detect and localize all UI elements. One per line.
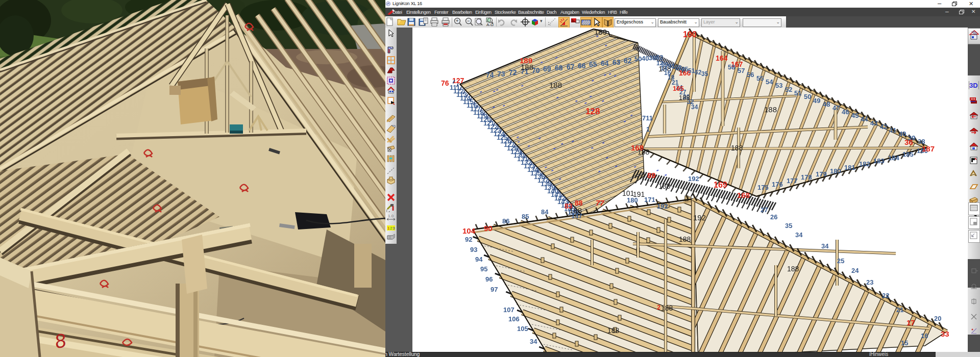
svg-text:46: 46 — [842, 108, 849, 116]
svg-text:45: 45 — [681, 66, 689, 73]
svg-text:48: 48 — [823, 100, 830, 108]
svg-text:40: 40 — [642, 55, 649, 62]
svg-text:+: + — [456, 18, 458, 23]
svg-text:34: 34 — [795, 231, 803, 239]
svg-text:77: 77 — [596, 198, 604, 207]
svg-text:182: 182 — [859, 160, 870, 168]
svg-text:45: 45 — [851, 112, 859, 119]
svg-text:63: 63 — [612, 58, 621, 66]
svg-text:50: 50 — [634, 55, 642, 63]
svg-text:85: 85 — [522, 213, 529, 220]
svg-text:192: 192 — [693, 213, 706, 222]
svg-text:76: 76 — [441, 79, 449, 87]
svg-text:50: 50 — [804, 93, 811, 100]
svg-text:34: 34 — [821, 242, 829, 250]
svg-text:188: 188 — [521, 63, 533, 71]
svg-text:192: 192 — [657, 202, 668, 210]
svg-text:168: 168 — [737, 191, 750, 199]
svg-text:178: 178 — [801, 173, 812, 181]
svg-text:188: 188 — [679, 235, 691, 243]
svg-text:188: 188 — [549, 81, 562, 89]
svg-text:15: 15 — [901, 339, 908, 347]
svg-text:128: 128 — [585, 107, 600, 116]
svg-text:104: 104 — [462, 226, 476, 235]
svg-text:54: 54 — [766, 78, 773, 86]
svg-text:185: 185 — [902, 150, 914, 158]
svg-text:22: 22 — [882, 292, 889, 299]
svg-text:A-Ω: A-Ω — [486, 22, 494, 27]
svg-text:169: 169 — [714, 181, 727, 189]
svg-text:43: 43 — [870, 119, 877, 127]
svg-text:58: 58 — [728, 63, 735, 71]
svg-text:188: 188 — [569, 206, 582, 215]
svg-text:94: 94 — [475, 256, 483, 263]
svg-text:184: 184 — [888, 154, 899, 162]
svg-text:95: 95 — [480, 265, 487, 273]
svg-text:42: 42 — [880, 123, 887, 131]
svg-text:41: 41 — [889, 126, 896, 134]
svg-text:69: 69 — [543, 65, 551, 73]
svg-text:47: 47 — [832, 104, 840, 112]
svg-text:90: 90 — [484, 224, 493, 233]
svg-text:49: 49 — [813, 97, 820, 105]
svg-text:97: 97 — [491, 286, 498, 293]
svg-text:1.0: 1.0 — [388, 214, 394, 218]
svg-text:188: 188 — [661, 304, 673, 312]
svg-text:86: 86 — [502, 217, 509, 225]
svg-text:74: 74 — [486, 71, 494, 79]
svg-text:3D: 3D — [969, 82, 978, 89]
svg-text:26: 26 — [770, 213, 777, 221]
svg-text:188: 188 — [638, 148, 650, 156]
svg-text:89: 89 — [647, 171, 656, 180]
svg-text:40: 40 — [899, 130, 906, 138]
svg-text:−: − — [467, 18, 470, 23]
svg-text:92: 92 — [465, 236, 472, 243]
svg-text:44: 44 — [861, 115, 868, 123]
svg-text:100: 100 — [683, 30, 697, 39]
svg-text:175: 175 — [757, 184, 769, 191]
svg-text:179: 179 — [816, 170, 827, 178]
svg-text:105: 105 — [517, 325, 528, 333]
svg-text:1: 1 — [646, 125, 650, 133]
svg-text:171: 171 — [644, 196, 655, 203]
svg-text:106: 106 — [508, 315, 520, 323]
svg-text:189: 189 — [594, 28, 607, 36]
svg-text:183: 183 — [873, 157, 885, 165]
svg-text:35: 35 — [785, 222, 792, 230]
svg-text:67: 67 — [567, 63, 575, 71]
svg-text:62: 62 — [624, 57, 632, 65]
svg-text:27: 27 — [761, 206, 768, 214]
svg-text:24: 24 — [851, 267, 859, 274]
svg-text:188: 188 — [679, 94, 690, 101]
svg-text:188: 188 — [658, 182, 671, 190]
svg-text:2: 2 — [657, 303, 660, 311]
svg-text:188: 188 — [787, 265, 799, 273]
svg-text:55: 55 — [756, 74, 764, 82]
svg-text:72: 72 — [509, 68, 517, 76]
svg-text:180: 180 — [830, 167, 841, 175]
svg-text:20: 20 — [934, 315, 941, 322]
svg-text:52: 52 — [785, 86, 792, 93]
svg-text:66: 66 — [578, 62, 586, 70]
svg-text:3: 3 — [393, 226, 395, 231]
svg-text:188: 188 — [607, 326, 620, 335]
svg-text:93: 93 — [470, 246, 477, 253]
svg-text:73: 73 — [497, 70, 505, 78]
svg-text:16: 16 — [921, 332, 928, 340]
svg-text:192: 192 — [688, 175, 699, 183]
svg-text:34: 34 — [691, 104, 698, 111]
svg-text:57: 57 — [738, 67, 745, 74]
svg-text:180: 180 — [627, 196, 638, 204]
svg-text:164: 164 — [716, 54, 728, 62]
svg-text:68: 68 — [555, 64, 563, 72]
svg-text:187: 187 — [922, 144, 935, 153]
svg-text:51: 51 — [688, 67, 695, 74]
svg-text:25: 25 — [837, 257, 844, 265]
svg-text:35: 35 — [701, 70, 708, 78]
svg-text:64: 64 — [601, 59, 609, 67]
svg-text:21: 21 — [896, 306, 903, 314]
svg-text:36: 36 — [904, 138, 913, 146]
svg-text:51: 51 — [794, 89, 801, 97]
svg-text:107: 107 — [503, 306, 514, 314]
svg-text:59: 59 — [675, 64, 682, 71]
